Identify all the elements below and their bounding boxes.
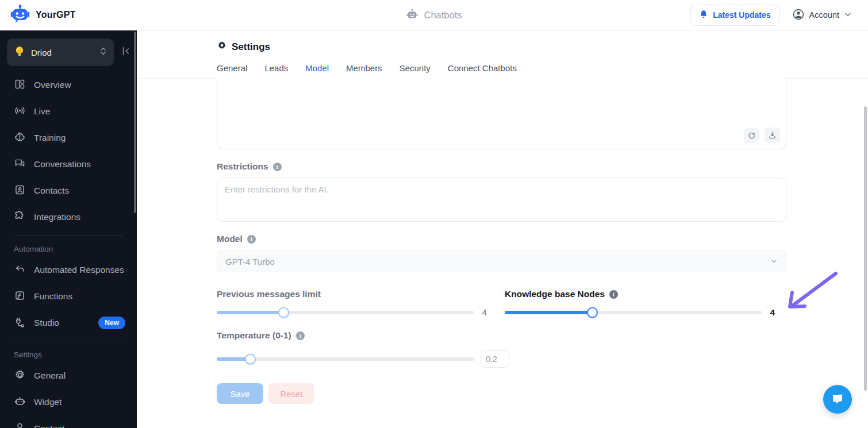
previous-messages-slider[interactable] bbox=[217, 311, 474, 314]
workspace-selector[interactable]: Driod bbox=[7, 38, 114, 66]
top-header: YourGPT Chatbots bbox=[0, 0, 868, 30]
sidebar-item-label: Studio bbox=[34, 318, 59, 328]
restrictions-input[interactable] bbox=[217, 178, 786, 222]
broadcast-icon bbox=[14, 105, 26, 119]
contact-card-icon bbox=[14, 184, 26, 198]
previous-messages-slider-row: 4 bbox=[217, 307, 487, 318]
refresh-button[interactable] bbox=[744, 128, 759, 143]
sidebar-scrollbar[interactable] bbox=[134, 32, 136, 213]
save-button[interactable]: Save bbox=[217, 383, 263, 404]
sidebar-item-label: Integrations bbox=[34, 212, 80, 222]
sidebar-item-overview[interactable]: Overview bbox=[0, 72, 137, 98]
puzzle-icon bbox=[14, 210, 26, 225]
model-label: Model i bbox=[217, 234, 256, 244]
brain-icon bbox=[14, 131, 26, 145]
app-window: YourGPT Chatbots bbox=[0, 0, 868, 428]
slider-thumb[interactable] bbox=[245, 354, 256, 365]
sidebar-item-label: Contact bbox=[34, 423, 64, 428]
prompt-box-partial bbox=[217, 78, 786, 149]
collapse-sidebar-icon[interactable] bbox=[118, 46, 131, 59]
sidebar-item-conversations[interactable]: Conversations bbox=[0, 151, 137, 178]
dashboard-icon bbox=[14, 78, 26, 92]
temperature-input[interactable] bbox=[481, 350, 509, 368]
slider-thumb[interactable] bbox=[587, 307, 598, 318]
temperature-slider[interactable] bbox=[217, 357, 474, 361]
sidebar-item-label: Conversations bbox=[34, 159, 91, 169]
sidebar-item-contacts[interactable]: Contacts bbox=[0, 178, 137, 204]
sidebar-item-automated-responses[interactable]: Automated Responses bbox=[0, 257, 137, 283]
sidebar-item-widget[interactable]: Widget bbox=[0, 389, 137, 415]
knowledge-nodes-label: Knowledge base Nodes i bbox=[505, 289, 618, 299]
knowledge-nodes-value: 4 bbox=[768, 307, 775, 318]
slider-thumb[interactable] bbox=[278, 307, 289, 318]
chat-bubbles-icon bbox=[14, 157, 26, 172]
info-icon[interactable]: i bbox=[609, 290, 618, 299]
info-icon[interactable]: i bbox=[273, 163, 282, 171]
sidebar-item-label: Automated Responses bbox=[34, 265, 124, 275]
temperature-label: Temperature (0-1) i bbox=[217, 330, 305, 341]
form-actions: Save Reset bbox=[217, 383, 314, 404]
sidebar-item-functions[interactable]: Functions bbox=[0, 283, 137, 310]
sidebar-item-label: Overview bbox=[34, 80, 71, 90]
updown-chevron-icon bbox=[99, 47, 107, 58]
knowledge-nodes-slider-row: 4 bbox=[505, 307, 775, 318]
sidebar-item-general[interactable]: General bbox=[0, 363, 137, 389]
model-select[interactable]: GPT-4 Turbo bbox=[217, 250, 786, 272]
restrictions-label: Restrictions i bbox=[217, 161, 282, 172]
chatbot-icon bbox=[406, 8, 418, 23]
previous-messages-label: Previous messages limit bbox=[217, 289, 321, 299]
account-menu[interactable]: Account bbox=[792, 8, 852, 22]
temperature-slider-row bbox=[217, 350, 509, 368]
knowledge-nodes-slider[interactable] bbox=[505, 311, 762, 314]
model-label-text: Model bbox=[217, 234, 243, 244]
yourgpt-logo-icon bbox=[10, 4, 30, 26]
sidebar: Driod Overview bbox=[0, 30, 137, 428]
settings-gear-icon bbox=[217, 40, 227, 53]
latest-updates-label: Latest Updates bbox=[713, 10, 770, 20]
model-select-value: GPT-4 Turbo bbox=[225, 257, 275, 267]
info-icon[interactable]: i bbox=[247, 235, 256, 244]
previous-messages-value: 4 bbox=[480, 307, 487, 318]
knowledge-nodes-label-text: Knowledge base Nodes bbox=[505, 289, 605, 299]
sidebar-item-live[interactable]: Live bbox=[0, 98, 137, 125]
sidebar-item-label: Live bbox=[34, 106, 50, 117]
chat-bubble-icon bbox=[830, 391, 845, 408]
section-label-automation: Automation bbox=[0, 240, 137, 257]
reset-button[interactable]: Reset bbox=[268, 383, 314, 404]
page-title-text: Settings bbox=[232, 41, 270, 53]
info-icon[interactable]: i bbox=[296, 331, 305, 340]
annotation-arrow bbox=[781, 266, 844, 315]
person-icon bbox=[14, 422, 26, 428]
topbar-right: Latest Updates Account bbox=[690, 5, 868, 26]
sidebar-divider bbox=[14, 341, 123, 341]
chevron-down-icon bbox=[844, 10, 852, 20]
sidebar-item-training[interactable]: Training bbox=[0, 125, 137, 151]
temperature-label-text: Temperature (0-1) bbox=[217, 330, 291, 341]
brand[interactable]: YourGPT bbox=[0, 4, 76, 26]
page-context-label: Chatbots bbox=[424, 10, 462, 21]
return-arrow-icon bbox=[14, 263, 26, 277]
sidebar-item-label: Widget bbox=[34, 397, 62, 407]
sidebar-item-label: Functions bbox=[34, 291, 72, 302]
sidebar-divider bbox=[14, 235, 123, 236]
window-scrollbar[interactable] bbox=[864, 106, 867, 391]
lightbulb-icon bbox=[14, 45, 25, 59]
workspace-name: Driod bbox=[31, 48, 94, 57]
sidebar-item-label: Contacts bbox=[34, 186, 69, 196]
sidebar-item-studio[interactable]: Studio New bbox=[0, 310, 137, 336]
sidebar-item-contact-partial[interactable]: Contact bbox=[0, 415, 137, 428]
chevron-down-icon bbox=[770, 257, 778, 267]
section-label-settings: Settings bbox=[0, 346, 137, 363]
new-badge: New bbox=[98, 317, 125, 329]
sidebar-item-integrations[interactable]: Integrations bbox=[0, 204, 137, 230]
page-title: Settings bbox=[217, 40, 270, 53]
account-icon bbox=[792, 8, 805, 22]
gear-icon bbox=[14, 369, 26, 383]
brand-name: YourGPT bbox=[36, 10, 76, 20]
bell-icon bbox=[699, 10, 708, 21]
sidebar-item-label: General bbox=[34, 371, 66, 381]
chat-widget-button[interactable] bbox=[823, 385, 852, 414]
latest-updates-button[interactable]: Latest Updates bbox=[690, 5, 779, 26]
download-button[interactable] bbox=[765, 128, 780, 143]
robot-icon bbox=[14, 395, 26, 410]
